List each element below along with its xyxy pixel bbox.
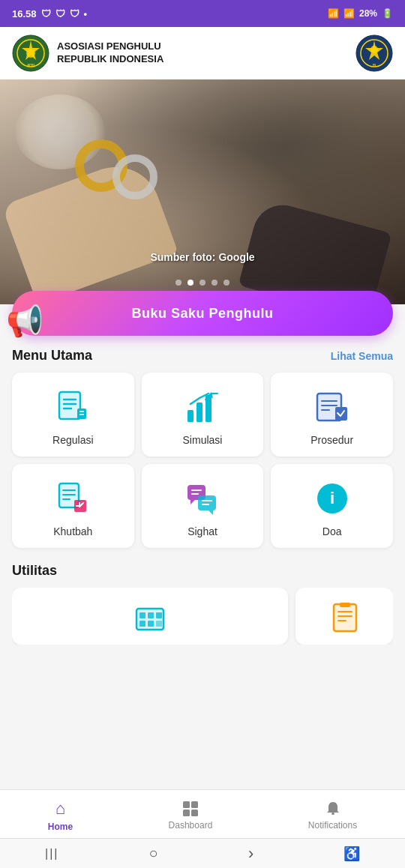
buku-saku-button[interactable]: 📢 Buku Saku Penghulu	[12, 291, 393, 336]
status-indicators: 📶 📶 28% 🔋	[328, 8, 393, 19]
nav-home[interactable]: ⌂ Home	[33, 796, 88, 835]
nav-dashboard[interactable]: Dashboard	[154, 798, 228, 834]
utilitas-icon-1	[132, 600, 168, 636]
dot-indicator: •	[84, 8, 88, 19]
back-system-btn[interactable]: ‹	[248, 844, 254, 864]
svg-text:i: i	[330, 489, 334, 507]
banner-dots	[0, 280, 405, 286]
svg-marker-38	[208, 510, 213, 515]
svg-rect-47	[140, 612, 146, 618]
regulasi-label: Regulasi	[52, 434, 93, 446]
header-brand: APRI ASOSIASI PENGHULU REPUBLIK INDONESI…	[12, 34, 164, 72]
menu-grid: Regulasi Simulasi	[12, 373, 393, 548]
svg-rect-15	[77, 409, 86, 419]
utilitas-item-1[interactable]	[12, 588, 288, 645]
simulasi-label: Simulasi	[183, 434, 223, 446]
menu-item-prosedur[interactable]: Prosedur	[271, 373, 393, 456]
svg-text:APRI: APRI	[27, 63, 34, 67]
menu-item-doa[interactable]: i Doa	[271, 464, 393, 548]
banner-dot-3[interactable]	[200, 280, 206, 286]
svg-rect-18	[188, 410, 194, 422]
battery-icon: 🔋	[382, 8, 393, 19]
svg-rect-62	[191, 810, 198, 816]
utilitas-icon-2	[326, 600, 362, 636]
svg-rect-53	[334, 604, 356, 631]
buku-saku-label: Buku Saku Penghulu	[131, 306, 273, 322]
shield-icon-3: 🛡	[70, 8, 80, 19]
org-logo-right: RI	[356, 34, 393, 72]
banner-dot-2[interactable]	[188, 280, 194, 286]
doa-label: Doa	[322, 525, 342, 537]
khutbah-icon	[53, 479, 92, 518]
regulasi-icon	[53, 388, 92, 427]
status-time-area: 16.58 🛡 🛡 🛡 •	[12, 8, 87, 19]
nav-notifications[interactable]: Notifications	[293, 798, 372, 834]
menu-item-simulasi[interactable]: Simulasi	[142, 373, 264, 456]
org-logo-left: APRI	[12, 34, 50, 72]
utilitas-title: Utilitas	[12, 563, 393, 579]
svg-rect-61	[183, 810, 190, 816]
org-name: ASOSIASI PENGHULU REPUBLIK INDONESIA	[57, 40, 164, 66]
system-navigation: ||| ○ ‹ ♿	[0, 838, 405, 868]
buku-saku-mascot-icon: 📢	[6, 304, 44, 339]
svg-rect-63	[332, 813, 334, 815]
svg-rect-60	[191, 801, 198, 808]
svg-rect-51	[148, 621, 154, 627]
svg-rect-48	[148, 612, 154, 618]
signal-icon: 📶	[344, 8, 355, 19]
menu-header: Menu Utama Lihat Semua	[12, 348, 393, 364]
dashboard-nav-label: Dashboard	[169, 820, 213, 831]
svg-rect-59	[183, 801, 190, 808]
banner-caption: Sumber foto: Google	[0, 251, 405, 263]
menu-utama-title: Menu Utama	[12, 348, 92, 364]
app-header: APRI ASOSIASI PENGHULU REPUBLIK INDONESI…	[0, 27, 405, 79]
svg-point-8	[370, 46, 378, 53]
utilitas-section: Utilitas	[0, 554, 405, 651]
shield-icon-2: 🛡	[56, 8, 65, 19]
svg-rect-58	[340, 603, 350, 607]
svg-point-3	[26, 49, 35, 58]
banner-ring-2	[112, 154, 158, 199]
svg-text:RI: RI	[373, 63, 376, 67]
menu-utama-section: Menu Utama Lihat Semua Regulasi	[0, 336, 405, 554]
accessibility-system-btn[interactable]: ♿	[344, 846, 360, 862]
battery-text: 28%	[359, 8, 377, 19]
prosedur-icon	[313, 388, 352, 427]
bell-icon	[325, 801, 341, 817]
hero-banner: Sumber foto: Google	[0, 79, 405, 304]
svg-rect-37	[198, 495, 216, 510]
notifications-nav-label: Notifications	[308, 820, 357, 831]
khutbah-label: Khutbah	[53, 525, 92, 537]
menu-item-khutbah[interactable]: Khutbah	[12, 464, 134, 548]
home-nav-label: Home	[48, 822, 73, 832]
home-system-btn[interactable]: ○	[148, 845, 158, 862]
org-name-line1: ASOSIASI PENGHULU	[57, 40, 164, 53]
svg-rect-10	[59, 392, 80, 419]
home-icon: ⌂	[56, 799, 65, 819]
utilitas-item-2[interactable]	[296, 588, 393, 645]
utilitas-row	[12, 588, 393, 645]
prosedur-label: Prosedur	[310, 434, 353, 446]
svg-rect-19	[196, 403, 202, 422]
banner-dot-4[interactable]	[212, 280, 218, 286]
menu-item-regulasi[interactable]: Regulasi	[12, 373, 134, 456]
status-bar: 16.58 🛡 🛡 🛡 • 📶 📶 28% 🔋	[0, 0, 405, 27]
wifi-icon: 📶	[328, 8, 339, 19]
sighat-icon	[183, 479, 222, 518]
svg-rect-50	[140, 621, 146, 627]
simulasi-icon	[183, 388, 222, 427]
status-time: 16.58	[12, 8, 37, 19]
menu-system-btn[interactable]: |||	[45, 847, 58, 861]
banner-dot-5[interactable]	[224, 280, 230, 286]
banner-dot-1[interactable]	[176, 280, 182, 286]
bottom-navigation: ⌂ Home Dashboard Notifications	[0, 789, 405, 838]
dashboard-icon	[182, 801, 199, 817]
org-name-line2: REPUBLIK INDONESIA	[57, 53, 164, 66]
svg-rect-49	[156, 612, 162, 618]
buku-saku-section: 📢 Buku Saku Penghulu	[0, 291, 405, 336]
menu-item-sighat[interactable]: Sighat	[142, 464, 264, 548]
svg-rect-52	[156, 621, 162, 627]
sighat-label: Sighat	[188, 525, 218, 537]
lihat-semua-link[interactable]: Lihat Semua	[331, 350, 393, 362]
svg-marker-36	[190, 500, 195, 504]
